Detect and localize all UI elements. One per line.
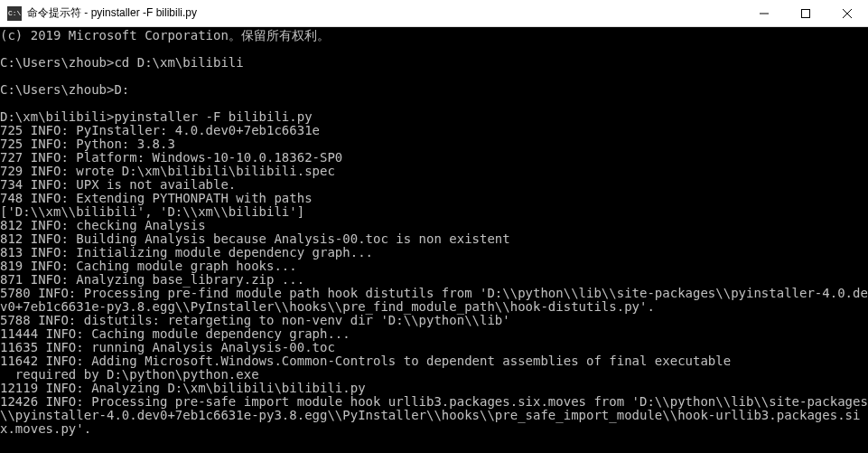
- maximize-icon: [801, 9, 810, 18]
- maximize-button[interactable]: [785, 0, 826, 26]
- terminal-line: 729 INFO: wrote D:\xm\bilibili\bilibili.…: [0, 165, 868, 178]
- terminal-line: 725 INFO: PyInstaller: 4.0.dev0+7eb1c663…: [0, 124, 868, 137]
- terminal-line: C:\Users\zhoub>cd D:\xm\bilibili: [0, 56, 868, 70]
- terminal-line: 5780 INFO: Processing pre-find module pa…: [0, 287, 868, 314]
- terminal-line: C:\Users\zhoub>D:: [0, 83, 868, 97]
- command-prompt-window: 命令提示符 - pyinstaller -F bilibili.py (c) 2…: [0, 0, 868, 453]
- terminal-line: [0, 42, 868, 56]
- terminal-line: 812 INFO: checking Analysis: [0, 219, 868, 232]
- terminal-line: 871 INFO: Analyzing base_library.zip ...: [0, 273, 868, 287]
- terminal-line: [0, 70, 868, 83]
- terminal-line: 11635 INFO: running Analysis Analysis-00…: [0, 341, 868, 354]
- svg-rect-0: [802, 9, 810, 17]
- terminal-line: 748 INFO: Extending PYTHONPATH with path…: [0, 192, 868, 205]
- cmd-icon: [7, 6, 22, 21]
- minimize-icon: [760, 9, 769, 18]
- terminal-line: 727 INFO: Platform: Windows-10-10.0.1836…: [0, 151, 868, 165]
- terminal-line: 813 INFO: Initializing module dependency…: [0, 246, 868, 260]
- window-controls: [743, 0, 868, 26]
- terminal-line: 734 INFO: UPX is not available.: [0, 178, 868, 192]
- close-button[interactable]: [826, 0, 868, 26]
- close-icon: [843, 9, 852, 18]
- terminal-line: 11444 INFO: Caching module dependency gr…: [0, 327, 868, 341]
- terminal-line: 12426 INFO: Processing pre-safe import m…: [0, 395, 868, 436]
- terminal-line: 812 INFO: Building Analysis because Anal…: [0, 232, 868, 246]
- minimize-button[interactable]: [743, 0, 785, 26]
- terminal-line: 12119 INFO: Analyzing D:\xm\bilibili\bil…: [0, 382, 868, 395]
- terminal-line: ['D:\\xm\\bilibili', 'D:\\xm\\bilibili']: [0, 205, 868, 219]
- terminal-line: 725 INFO: Python: 3.8.3: [0, 137, 868, 151]
- terminal-line: required by D:\python\python.exe: [0, 368, 868, 382]
- window-title: 命令提示符 - pyinstaller -F bilibili.py: [27, 5, 743, 21]
- terminal-line: D:\xm\bilibili>pyinstaller -F bilibili.p…: [0, 110, 868, 124]
- terminal-line: 5788 INFO: distutils: retargeting to non…: [0, 314, 868, 327]
- terminal-line: 11642 INFO: Adding Microsoft.Windows.Com…: [0, 354, 868, 368]
- titlebar[interactable]: 命令提示符 - pyinstaller -F bilibili.py: [0, 0, 868, 27]
- terminal-line: 819 INFO: Caching module graph hooks...: [0, 260, 868, 273]
- terminal-line: [0, 97, 868, 110]
- terminal-output[interactable]: (c) 2019 Microsoft Corporation。保留所有权利。 C…: [0, 27, 868, 453]
- terminal-line: (c) 2019 Microsoft Corporation。保留所有权利。: [0, 29, 868, 42]
